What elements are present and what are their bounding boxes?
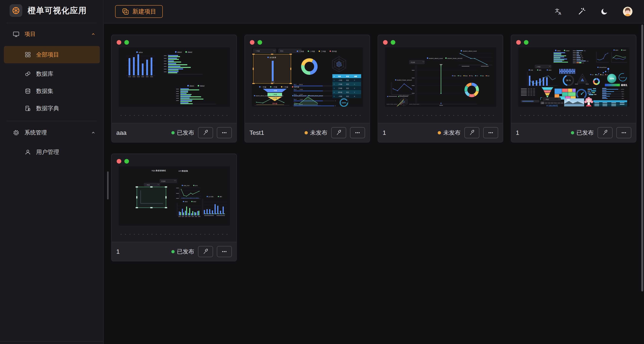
legend-label: student_attend_count (429, 57, 443, 59)
red-dot (250, 40, 254, 45)
legend-label: student_attend_count (256, 95, 268, 97)
legend-label: Sat (482, 75, 484, 76)
dashboard-preview-illustration: data1 data2 798 299 300 388 499 (518, 47, 630, 107)
status-label: 已发布 (177, 129, 194, 137)
more-actions-button[interactable] (616, 127, 631, 138)
rank-value: 12561 (621, 91, 624, 92)
legend-label: data2 (193, 201, 196, 202)
rank-value: 1 (335, 100, 336, 101)
legend-label: student_flower_amount (447, 57, 462, 59)
legend-label: data2 (623, 49, 626, 51)
project-thumbnail[interactable]: data1 data2 798 299 300 388 499 (518, 47, 630, 107)
edit-project-button[interactable] (198, 246, 213, 257)
legend-label: data1 (557, 50, 561, 51)
sidebar-item-dataset[interactable]: 数据集 (0, 82, 104, 100)
status-label: 已发布 (177, 248, 194, 256)
project-card[interactable]: price data1 data2 (111, 35, 237, 142)
app-logo (10, 4, 22, 17)
language-button[interactable]: 文 A (554, 7, 563, 16)
select-value: 请选择 (161, 180, 166, 182)
table-cell: 6 (354, 95, 355, 97)
table-cell: 四年级 (338, 91, 342, 93)
project-title: 1 (116, 248, 168, 255)
monitor-icon (13, 31, 20, 37)
gradient-label: 看得见 (621, 84, 627, 86)
new-project-label: 新建项目 (132, 7, 156, 15)
avatar-illustration (623, 7, 632, 16)
legend-label: 四年级 (332, 50, 337, 52)
more-actions-button[interactable] (217, 127, 232, 138)
more-actions-button[interactable] (483, 127, 498, 138)
sidebar-item-label: 数据字典 (36, 104, 59, 112)
select-value: 二年级 (536, 66, 540, 68)
green-dot (124, 40, 129, 45)
new-project-button[interactable]: 新建项目 (115, 5, 163, 18)
panel-title: API数据集 (178, 170, 188, 172)
sidebar-item-label: 全部项目 (36, 51, 59, 59)
project-card[interactable]: SQL数据源测试 API数据集 请选择 一年级 class_hour (111, 154, 237, 261)
project-title: Test1 (250, 129, 301, 136)
bar-value: 1111 (586, 61, 588, 62)
dictionary-icon (24, 105, 31, 112)
project-thumbnail[interactable]: price data1 data2 (118, 47, 230, 107)
card-footer: Test1 未发布 (245, 123, 370, 142)
sidebar-item-all-projects[interactable]: 全部项目 (4, 46, 100, 63)
select-value: 一年级 (146, 184, 150, 186)
table-cell: 一年级 (338, 95, 342, 97)
database-icon (24, 88, 31, 94)
edit-project-button[interactable] (464, 127, 479, 138)
tab-label: 三年级 (548, 103, 550, 103)
project-thumbnail[interactable]: SQL数据源测试 API数据集 请选择 一年级 class_hour (118, 166, 230, 226)
legend-label: Tue (596, 74, 598, 75)
moon-icon (600, 7, 608, 15)
legend-label: data1 (615, 49, 618, 51)
radar-label: student_flower_count (409, 103, 419, 105)
topbar-actions: 文 A (554, 7, 632, 16)
table-cell: 2 (354, 87, 355, 89)
status-dot (171, 131, 174, 134)
rank-label: 二年级 (299, 89, 303, 90)
more-actions-button[interactable] (350, 127, 365, 138)
status-label: 已发布 (576, 129, 594, 137)
radar-label: student_flower_amount (386, 103, 398, 105)
more-actions-button[interactable] (217, 246, 232, 257)
card-footer: 1 已发布 (511, 123, 636, 142)
sidebar-item-user-management[interactable]: 用户管理 (0, 143, 104, 161)
legend-label: 价格 (530, 69, 533, 71)
green-dot (524, 40, 528, 45)
sidebar-section-projects[interactable]: 项目 (0, 28, 104, 40)
legend-label: student_flower_amou (271, 95, 284, 97)
status-badge: 已发布 (171, 129, 194, 137)
legend-label: student_flower_amount (310, 95, 323, 97)
project-thumbnail[interactable]: student_attend_count student_attend_coun… (385, 47, 496, 107)
project-thumbnail[interactable]: 一年级 语文 献花数量 一年级 二年级 (252, 47, 363, 107)
edit-project-button[interactable] (598, 127, 612, 138)
project-card[interactable]: student_attend_count student_attend_coun… (378, 35, 503, 142)
sidebar-item-dictionary[interactable]: 数据字典 (0, 100, 104, 117)
add-project-icon (122, 8, 129, 15)
content-scrollbar[interactable] (107, 171, 108, 199)
legend-label: 二年级 (272, 86, 277, 88)
rank-prefix: Top.4 (294, 99, 297, 100)
ellipsis-icon (221, 129, 228, 136)
sidebar-section-system[interactable]: 系统管理 (0, 127, 104, 138)
sidebar-item-database[interactable]: 数据库 (0, 65, 104, 82)
table-cell: 2 (354, 79, 355, 81)
chevron-up-icon (90, 130, 96, 135)
page-scrollbar[interactable] (641, 24, 643, 292)
table-cell: 语文 (346, 95, 349, 97)
edit-project-button[interactable] (198, 127, 213, 138)
magic-wand-button[interactable] (577, 7, 586, 16)
project-card[interactable]: data1 data2 798 299 300 388 499 (511, 35, 636, 142)
legend-label: data2 (566, 50, 570, 51)
bar-value: 299 (580, 52, 582, 53)
tab-label: 二年级 (544, 103, 547, 103)
bar-value: 300 (580, 54, 582, 55)
user-avatar[interactable] (623, 7, 632, 16)
red-dot (117, 159, 121, 164)
dark-mode-button[interactable] (600, 7, 609, 16)
edit-project-button[interactable] (331, 127, 346, 138)
legend-label: data2 (200, 85, 204, 87)
project-card[interactable]: 一年级 语文 献花数量 一年级 二年级 (244, 35, 370, 142)
table-header: 年级 (338, 75, 341, 77)
